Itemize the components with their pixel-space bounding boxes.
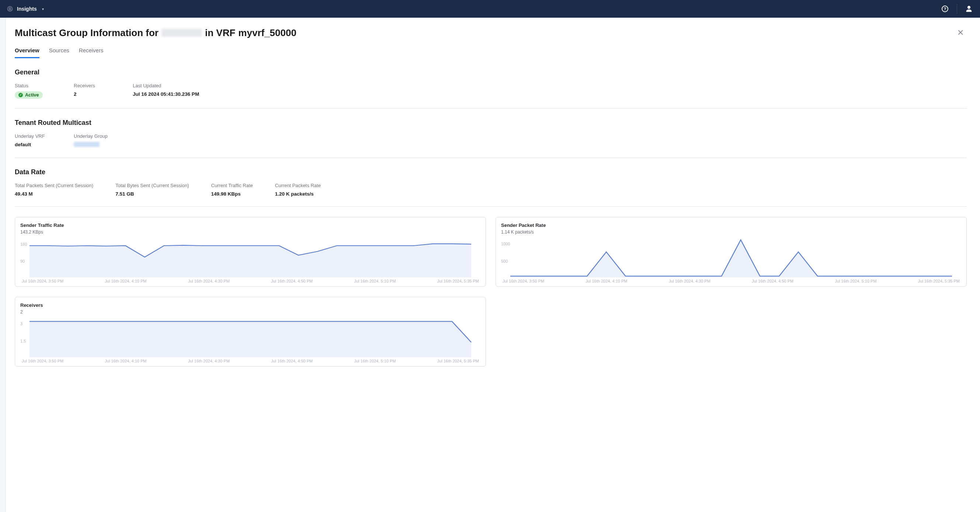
value-last-updated: Jul 16 2024 05:41:30.236 PM [133, 91, 199, 97]
main-content: Multicast Group Information for in VRF m… [6, 18, 980, 512]
value-receivers: 2 [74, 91, 111, 97]
x-tick: Jul 16th 2024, 4:50 PM [271, 279, 313, 283]
kv-last-updated: Last Updated Jul 16 2024 05:41:30.236 PM [133, 83, 199, 99]
brand-label: Insights [17, 6, 37, 12]
chart-receivers: Receivers 2 1.53 Jul 16th 2024, 3:50 PMJ… [15, 297, 486, 366]
x-tick: Jul 16th 2024, 4:10 PM [105, 359, 146, 363]
value-current-traffic: 149.98 KBps [211, 191, 253, 197]
chart-title: Sender Packet Rate [501, 222, 961, 228]
divider [15, 108, 967, 109]
chart-plot-area[interactable]: 1.53 [20, 317, 480, 357]
title-vrf-name: myvrf_50000 [238, 27, 296, 39]
section-title-trm: Tenant Routed Multicast [15, 119, 967, 127]
title-vrf-prefix: in VRF [205, 27, 235, 39]
label-last-updated: Last Updated [133, 83, 199, 89]
kv-current-traffic: Current Traffic Rate 149.98 KBps [211, 183, 253, 197]
status-badge: Active [15, 91, 43, 99]
chart-sender-packet-rate: Sender Packet Rate 1.14 K packets/s 5001… [496, 217, 967, 287]
x-tick: Jul 16th 2024, 4:50 PM [271, 359, 313, 363]
x-tick: Jul 16th 2024, 5:10 PM [354, 359, 396, 363]
label-current-traffic: Current Traffic Rate [211, 183, 253, 188]
tabs: Overview Sources Receivers [15, 47, 967, 58]
check-icon [18, 93, 23, 97]
help-icon: ? [942, 6, 948, 12]
chart-plot-area[interactable]: 5001000 [501, 237, 961, 277]
left-rail [0, 18, 6, 512]
x-tick: Jul 16th 2024, 4:50 PM [752, 279, 794, 283]
close-button[interactable]: ✕ [954, 27, 967, 39]
kv-total-bytes: Total Bytes Sent (Current Session) 7.51 … [115, 183, 189, 197]
tab-receivers[interactable]: Receivers [79, 47, 103, 58]
x-tick: Jul 16th 2024, 5:10 PM [354, 279, 396, 283]
x-tick: Jul 16th 2024, 4:10 PM [585, 279, 627, 283]
kv-underlay-vrf: Underlay VRF default [15, 133, 52, 148]
chart-x-axis: Jul 16th 2024, 3:50 PMJul 16th 2024, 4:1… [20, 279, 480, 283]
x-tick: Jul 16th 2024, 5:35 PM [437, 279, 479, 283]
user-icon [965, 5, 973, 13]
chart-title: Receivers [20, 303, 480, 308]
chart-x-axis: Jul 16th 2024, 3:50 PMJul 16th 2024, 4:1… [20, 359, 480, 363]
brand-dropdown[interactable]: Insights ▾ [6, 6, 44, 12]
tab-sources[interactable]: Sources [49, 47, 69, 58]
value-total-packets: 49.43 M [15, 191, 93, 197]
kv-current-packets: Current Packets Rate 1.20 K packets/s [275, 183, 321, 197]
section-data-rate: Data Rate Total Packets Sent (Current Se… [15, 168, 967, 197]
kv-underlay-group: Underlay Group [74, 133, 111, 148]
redacted-group-name [161, 29, 202, 37]
chart-x-axis: Jul 16th 2024, 3:50 PMJul 16th 2024, 4:1… [501, 279, 961, 283]
value-current-packets: 1.20 K packets/s [275, 191, 321, 197]
x-tick: Jul 16th 2024, 5:35 PM [918, 279, 960, 283]
chevron-down-icon: ▾ [42, 7, 44, 11]
value-total-bytes: 7.51 GB [115, 191, 189, 197]
tab-overview[interactable]: Overview [15, 47, 40, 58]
value-underlay-group-redacted [74, 142, 100, 147]
x-tick: Jul 16th 2024, 4:10 PM [105, 279, 146, 283]
value-underlay-vrf: default [15, 142, 52, 147]
topbar: Insights ▾ ? [0, 0, 980, 18]
x-tick: Jul 16th 2024, 4:30 PM [188, 279, 230, 283]
label-status: Status [15, 83, 52, 89]
topbar-divider [957, 4, 957, 14]
chart-title: Sender Traffic Rate [20, 222, 480, 228]
kv-total-packets: Total Packets Sent (Current Session) 49.… [15, 183, 93, 197]
kv-status: Status Active [15, 83, 52, 99]
kv-receivers: Receivers 2 [74, 83, 111, 99]
section-title-data-rate: Data Rate [15, 168, 967, 176]
x-tick: Jul 16th 2024, 5:10 PM [835, 279, 877, 283]
status-value: Active [25, 92, 39, 98]
chart-subtitle: 1.14 K packets/s [501, 230, 961, 235]
title-prefix: Multicast Group Information for [15, 27, 159, 39]
chart-subtitle: 2 [20, 309, 480, 315]
label-underlay-group: Underlay Group [74, 133, 111, 139]
label-underlay-vrf: Underlay VRF [15, 133, 52, 139]
label-receivers: Receivers [74, 83, 111, 89]
section-title-general: General [15, 68, 967, 76]
label-current-packets: Current Packets Rate [275, 183, 321, 188]
brand-icon [6, 6, 13, 12]
x-tick: Jul 16th 2024, 3:50 PM [22, 359, 64, 363]
x-tick: Jul 16th 2024, 4:30 PM [669, 279, 711, 283]
divider [15, 206, 967, 207]
help-button[interactable]: ? [940, 5, 950, 13]
section-general: General Status Active Receivers 2 [15, 68, 967, 99]
x-tick: Jul 16th 2024, 5:35 PM [437, 359, 479, 363]
x-tick: Jul 16th 2024, 3:50 PM [22, 279, 64, 283]
page-title: Multicast Group Information for in VRF m… [15, 27, 296, 39]
x-tick: Jul 16th 2024, 3:50 PM [503, 279, 544, 283]
label-total-bytes: Total Bytes Sent (Current Session) [115, 183, 189, 188]
chart-plot-area[interactable]: 90180 [20, 237, 480, 277]
label-total-packets: Total Packets Sent (Current Session) [15, 183, 93, 188]
section-trm: Tenant Routed Multicast Underlay VRF def… [15, 119, 967, 148]
divider [15, 158, 967, 158]
x-tick: Jul 16th 2024, 4:30 PM [188, 359, 230, 363]
user-menu-button[interactable] [964, 5, 974, 13]
chart-sender-traffic-rate: Sender Traffic Rate 143.2 KBps 90180 Jul… [15, 217, 486, 287]
chart-subtitle: 143.2 KBps [20, 230, 480, 235]
